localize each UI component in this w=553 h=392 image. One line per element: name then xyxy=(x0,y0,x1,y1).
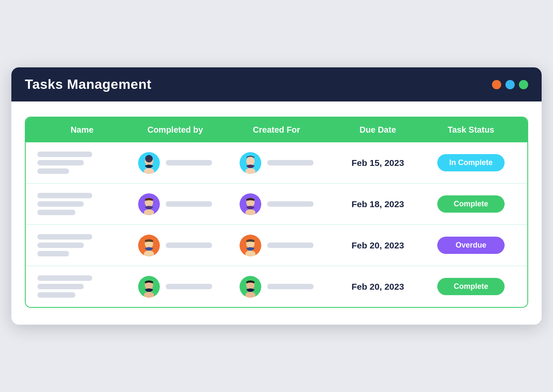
svg-point-6 xyxy=(246,157,255,166)
table-body: Feb 15, 2023 In Complete xyxy=(26,142,527,307)
name-cell-1 xyxy=(37,152,127,174)
skeleton-name-4 xyxy=(166,284,212,289)
avatar-completed-by-2 xyxy=(138,193,160,215)
skeleton-name-cf-4 xyxy=(267,284,314,289)
skeleton-text xyxy=(37,284,84,289)
avatar-completed-by-1 xyxy=(138,152,160,174)
svg-point-4 xyxy=(145,155,153,163)
created-for-cell-4 xyxy=(224,276,329,298)
table-row: Feb 20, 2023 Complete xyxy=(26,266,527,307)
status-badge-4[interactable]: Complete xyxy=(437,278,505,295)
skeleton-text xyxy=(37,243,84,248)
status-cell-1: In Complete xyxy=(426,154,516,171)
name-cell-2 xyxy=(37,193,127,215)
created-for-cell-1 xyxy=(224,152,329,174)
table-header: Name Completed by Created For Due Date T… xyxy=(26,117,527,142)
avatar-created-for-1 xyxy=(239,152,261,174)
skeleton-name-1 xyxy=(166,160,212,165)
app-title: Tasks Management xyxy=(25,77,152,92)
skeleton-name-cf-2 xyxy=(267,201,314,207)
table-row: Feb 20, 2023 Overdue xyxy=(26,225,527,266)
completed-by-cell-3 xyxy=(127,235,224,256)
table-row: Feb 18, 2023 Complete xyxy=(26,184,527,225)
skeleton-text xyxy=(37,160,84,165)
skeleton-text xyxy=(37,193,92,198)
skeleton-text xyxy=(37,168,69,174)
header-task-status: Task Status xyxy=(426,125,516,135)
completed-by-cell-1 xyxy=(127,152,224,174)
app-window: Tasks Management Name Completed by Creat… xyxy=(11,67,542,325)
skeleton-text xyxy=(37,251,69,256)
skeleton-name-3 xyxy=(166,243,212,248)
avatar-completed-by-4 xyxy=(138,276,160,298)
skeleton-text xyxy=(37,152,92,157)
dot-orange[interactable] xyxy=(492,80,501,89)
skeleton-text xyxy=(37,292,75,298)
status-badge-1[interactable]: In Complete xyxy=(437,154,505,171)
due-date-3: Feb 20, 2023 xyxy=(329,240,426,251)
created-for-cell-2 xyxy=(224,193,329,215)
skeleton-name-cf-1 xyxy=(267,160,314,165)
skeleton-text xyxy=(37,275,92,281)
window-controls xyxy=(492,80,528,89)
status-cell-4: Complete xyxy=(426,278,516,295)
dot-green[interactable] xyxy=(519,80,528,89)
status-cell-2: Complete xyxy=(426,195,516,213)
skeleton-text xyxy=(37,234,92,240)
dot-blue[interactable] xyxy=(505,80,515,89)
skeleton-text xyxy=(37,210,75,215)
avatar-created-for-2 xyxy=(239,193,261,215)
avatar-created-for-4 xyxy=(239,276,261,298)
completed-by-cell-4 xyxy=(127,276,224,298)
avatar-completed-by-3 xyxy=(138,235,160,256)
status-badge-2[interactable]: Complete xyxy=(437,195,505,213)
table-row: Feb 15, 2023 In Complete xyxy=(26,142,527,184)
title-bar: Tasks Management xyxy=(11,67,542,101)
header-created-for: Created For xyxy=(224,125,329,135)
name-cell-3 xyxy=(37,234,127,256)
content-area: Name Completed by Created For Due Date T… xyxy=(11,101,542,325)
due-date-2: Feb 18, 2023 xyxy=(329,199,426,209)
header-completed-by: Completed by xyxy=(127,125,224,135)
tasks-table: Name Completed by Created For Due Date T… xyxy=(25,117,528,308)
header-due-date: Due Date xyxy=(329,125,426,135)
due-date-1: Feb 15, 2023 xyxy=(329,158,426,168)
skeleton-text xyxy=(37,201,84,207)
status-badge-3[interactable]: Overdue xyxy=(437,237,505,254)
status-cell-3: Overdue xyxy=(426,237,516,254)
completed-by-cell-2 xyxy=(127,193,224,215)
skeleton-name-2 xyxy=(166,201,212,207)
due-date-4: Feb 20, 2023 xyxy=(329,282,426,292)
created-for-cell-3 xyxy=(224,235,329,256)
header-name: Name xyxy=(37,125,127,135)
avatar-created-for-3 xyxy=(239,235,261,256)
name-cell-4 xyxy=(37,275,127,298)
skeleton-name-cf-3 xyxy=(267,243,314,248)
